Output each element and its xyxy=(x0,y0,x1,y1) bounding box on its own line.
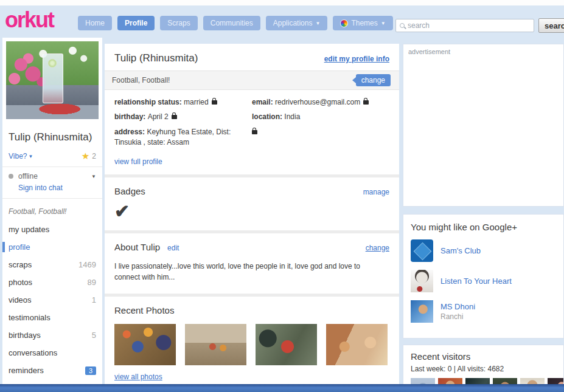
lock-icon xyxy=(172,115,177,119)
right-sidebar: advertisement You might like on Google+ … xyxy=(403,44,564,392)
page-title: Tulip (Rhinusmita) xyxy=(114,52,198,64)
sidebar-item-photos[interactable]: photos 89 xyxy=(2,273,102,291)
recent-photo-child-with-backpack[interactable] xyxy=(256,324,317,365)
chevron-down-icon: ▼ xyxy=(315,21,320,26)
nav-communities[interactable]: Communities xyxy=(203,16,260,30)
sidebar-item-profile[interactable]: profile xyxy=(2,238,102,256)
about-title: About Tulip xyxy=(114,242,160,252)
field-value: April 2 xyxy=(148,112,169,121)
google-plus-item-name[interactable]: MS Dhoni xyxy=(440,302,475,311)
edit-about-link[interactable]: edit xyxy=(167,244,179,252)
glass-image xyxy=(43,53,63,103)
sams-club-logo xyxy=(411,239,433,262)
nav-scraps-label: Scraps xyxy=(167,19,190,27)
change-status-button[interactable]: change xyxy=(356,74,391,86)
sidebar-user-name: Tulip (Rhinusmita) xyxy=(2,123,102,148)
manage-badges-link[interactable]: manage xyxy=(363,188,389,196)
google-plus-item-listen-to-your-heart[interactable]: Listen To Your Heart xyxy=(411,270,556,292)
photos-count: 89 xyxy=(88,278,96,287)
badges-title: Badges xyxy=(114,186,145,196)
chevron-down-icon[interactable]: ▼ xyxy=(28,154,33,159)
star-icon: ★ xyxy=(82,151,89,162)
edit-profile-info-link[interactable]: edit my profile info xyxy=(324,55,389,63)
field-value: married xyxy=(184,98,209,106)
birthdays-count: 5 xyxy=(92,331,96,340)
sidebar-item-birthdays[interactable]: birthdays 5 xyxy=(2,326,102,344)
visitor-stats: Last week: 0 | All visits: 4682 xyxy=(411,365,556,373)
field-label: address xyxy=(114,128,147,136)
menu-label: profile xyxy=(9,242,30,252)
google-plus-item-name[interactable]: Sam's Club xyxy=(440,246,481,255)
lock-icon xyxy=(363,100,369,105)
nav-profile-label: Profile xyxy=(125,19,147,27)
status-text: Football, Football! xyxy=(112,76,170,84)
scraps-count: 1469 xyxy=(78,260,96,269)
checkmark-badge-icon: ✔ xyxy=(114,201,130,221)
nav-home-label: Home xyxy=(85,19,105,27)
sign-into-chat-link[interactable]: Sign into chat xyxy=(18,184,63,192)
top-white-strip xyxy=(0,0,564,5)
view-full-profile-link[interactable]: view full profile xyxy=(114,157,162,166)
profile-photo-drink-glass[interactable] xyxy=(6,41,99,119)
field-value: redriverhouse@gmail.com xyxy=(275,98,360,106)
status-strip: Football, Football! change xyxy=(105,70,399,90)
search-button[interactable]: search xyxy=(538,18,564,33)
about-text: I live passionately...love this world, l… xyxy=(105,258,388,294)
field-address: addressKeyhung Tea Estate, Dist: Tinsuki… xyxy=(114,127,252,148)
menu-label: videos xyxy=(9,295,32,304)
sidebar-item-scraps[interactable]: scraps 1469 xyxy=(2,256,102,273)
google-plus-item-ms-dhoni[interactable]: MS Dhoni Ranchi xyxy=(411,300,556,323)
menu-label: photos xyxy=(9,278,32,287)
change-about-link[interactable]: change xyxy=(366,244,389,252)
search-box xyxy=(395,19,534,32)
nav-communities-label: Communities xyxy=(211,19,253,27)
divider xyxy=(2,167,102,167)
field-location: locationIndia xyxy=(252,112,389,122)
sidebar-item-my-updates[interactable]: my updates xyxy=(2,221,102,238)
sidebar-item-videos[interactable]: videos 1 xyxy=(2,291,102,309)
chat-status-label: offline xyxy=(18,172,38,181)
google-plus-item-name[interactable]: Listen To Your Heart xyxy=(440,277,512,286)
recent-photo-children-in-costumes[interactable] xyxy=(114,324,176,365)
nav-profile[interactable]: Profile xyxy=(117,16,155,30)
sidebar-item-reminders[interactable]: reminders 3 xyxy=(2,362,102,379)
recent-photo-street-gathering[interactable] xyxy=(185,324,246,365)
nav-home[interactable]: Home xyxy=(78,16,112,30)
chevron-down-icon: ▼ xyxy=(381,21,386,26)
profile-summary-section: Tulip (Rhinusmita) edit my profile info … xyxy=(105,44,399,174)
field-label: relationship status xyxy=(114,98,184,106)
ms-dhoni-photo xyxy=(411,300,433,323)
orkut-logo[interactable]: orkut xyxy=(5,7,54,33)
recent-photos-section: Recent Photos view all photos xyxy=(105,294,399,388)
nav-scraps[interactable]: Scraps xyxy=(160,16,197,30)
menu-label: reminders xyxy=(9,366,44,375)
nav-themes-label: Themes xyxy=(351,19,377,27)
sign-into-chat-row: Sign into chat xyxy=(2,183,102,196)
field-label: email xyxy=(252,98,275,106)
lime-slice-image xyxy=(48,59,57,67)
reminders-badge: 3 xyxy=(85,366,96,375)
sidebar-item-conversations[interactable]: conversations xyxy=(2,344,102,362)
recent-photos-row xyxy=(105,322,399,365)
search-input[interactable] xyxy=(408,21,530,30)
field-birthday: birthdayApril 2 xyxy=(114,112,252,122)
bottom-chat-bar[interactable] xyxy=(0,384,564,392)
advertisement-box: advertisement xyxy=(403,44,564,207)
color-wheel-icon xyxy=(340,19,348,27)
sidebar-status-quote: Football, Football! xyxy=(2,201,102,221)
view-all-photos-link[interactable]: view all photos xyxy=(114,373,162,381)
nav-applications[interactable]: Applications ▼ xyxy=(266,16,328,30)
google-plus-item-sams-club[interactable]: Sam's Club xyxy=(411,239,556,262)
menu-label: testimonials xyxy=(9,313,50,322)
left-sidebar: Tulip (Rhinusmita) Vibe? ▼ ★ 2 offline ▼… xyxy=(2,38,102,384)
nav-themes[interactable]: Themes ▼ xyxy=(333,16,392,30)
vibe-link[interactable]: Vibe? xyxy=(9,152,27,160)
recent-photo-family-indoor[interactable] xyxy=(326,324,388,365)
field-relationship-status: relationship statusmarried xyxy=(114,97,252,108)
search-icon xyxy=(400,23,405,28)
badges-section: Badges manage ✔ xyxy=(105,174,399,230)
chevron-down-icon[interactable]: ▼ xyxy=(91,174,96,179)
advertisement-label: advertisement xyxy=(408,48,450,55)
sidebar-item-testimonials[interactable]: testimonials xyxy=(2,309,102,326)
field-value: India xyxy=(284,112,300,121)
